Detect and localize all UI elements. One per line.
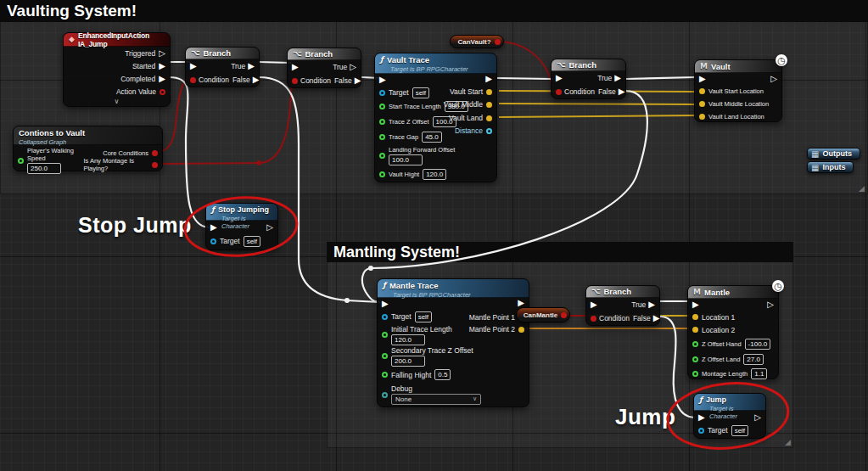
pin-label: Vault Start Location <box>708 87 764 95</box>
exec-out-pin[interactable]: ▶ <box>485 75 492 83</box>
started-exec-pin[interactable]: ▶ <box>159 62 165 70</box>
location-1-pin[interactable] <box>692 314 698 320</box>
debug-dropdown[interactable]: None∨ <box>391 394 481 405</box>
exec-in-pin[interactable]: ▶ <box>190 62 197 70</box>
collapse-chevron-icon[interactable]: ∨ <box>64 98 170 106</box>
true-exec-pin[interactable]: ▶ <box>614 74 621 82</box>
falling-hight-pin[interactable] <box>382 372 388 378</box>
target-input[interactable]: self <box>731 425 748 436</box>
vault-start-location-pin[interactable] <box>699 88 705 94</box>
falling-hight-input[interactable]: 0.5 <box>434 369 451 380</box>
z-offset-land-input[interactable]: 27.0 <box>743 354 764 365</box>
variable-label: CanMantle <box>524 311 557 319</box>
true-exec-pin[interactable]: ▷ <box>350 63 356 71</box>
node-get-can-vault[interactable]: CanVault? <box>450 35 504 48</box>
node-mantle-trace[interactable]: ƒMantle Trace Target is BP RPGCharacter … <box>377 278 529 407</box>
secondary-trace-z-offset-pin[interactable] <box>382 353 388 359</box>
z-offset-hand-pin[interactable] <box>692 341 698 347</box>
exec-in-pin[interactable]: ▶ <box>692 300 699 309</box>
z-offset-land-pin[interactable] <box>692 356 698 362</box>
target-pin[interactable] <box>210 238 216 244</box>
target-pin[interactable] <box>379 90 385 96</box>
node-mantle-macro[interactable]: ◷ MMantle ▶▷ Location 1 Location 2 Z Off… <box>687 285 779 379</box>
node-title: Vault Trace <box>387 55 429 64</box>
can-vault-pin[interactable] <box>495 39 501 45</box>
exec-in-pin[interactable]: ▶ <box>379 76 386 84</box>
vault-start-pin[interactable] <box>486 89 492 95</box>
can-mantle-pin[interactable] <box>561 312 567 318</box>
exec-out-pin[interactable]: ▷ <box>754 413 761 422</box>
pin-label: Mantle Point 1 <box>469 313 515 322</box>
false-exec-pin[interactable]: ▶ <box>355 76 361 85</box>
node-branch-3[interactable]: ⌥Branch ▶True▶ ConditionFalse▶ <box>551 59 626 99</box>
start-trace-length-pin[interactable] <box>379 104 385 109</box>
vault-land-pin[interactable] <box>486 115 492 121</box>
target-input[interactable]: self <box>244 236 260 247</box>
walking-speed-pin[interactable] <box>18 158 24 164</box>
trace-gap-pin[interactable] <box>379 134 385 140</box>
vault-hight-input[interactable]: 120.0 <box>423 169 446 180</box>
vault-hight-pin[interactable] <box>379 171 385 177</box>
condition-pin[interactable] <box>190 77 196 83</box>
mantle-point-2-pin[interactable] <box>518 327 524 333</box>
false-exec-pin[interactable]: ▶ <box>653 314 660 322</box>
condition-pin[interactable] <box>292 78 298 84</box>
montage-length-pin[interactable] <box>692 371 698 377</box>
target-input[interactable]: self <box>412 87 429 98</box>
target-pin[interactable] <box>382 314 388 320</box>
distance-pin[interactable] <box>486 128 492 134</box>
node-enhanced-input-action[interactable]: ◆ EnhancedInputAction IA_Jump Triggered▷… <box>63 32 171 107</box>
node-branch-4[interactable]: ⌥Branch ▶True▶ ConditionFalse▶ <box>585 285 660 326</box>
node-branch-1[interactable]: ⌥Branch ▶True▶ ConditionFalse▶ <box>185 47 260 87</box>
false-exec-pin[interactable]: ▶ <box>253 76 260 84</box>
trace-z-offset-pin[interactable] <box>379 119 385 125</box>
node-jump[interactable]: ƒJump Target is Character ▶▷ Targetself <box>693 393 766 439</box>
trace-gap-input[interactable]: 45.0 <box>422 132 442 143</box>
node-get-can-mantle[interactable]: CanMantle <box>516 307 570 322</box>
action-value-pin[interactable] <box>160 89 165 95</box>
core-conditions-pin[interactable] <box>152 150 158 156</box>
landing-forward-offset-pin[interactable] <box>379 153 385 159</box>
condition-pin[interactable] <box>556 89 562 95</box>
target-input[interactable]: self <box>415 311 432 322</box>
debug-pin[interactable] <box>382 392 388 398</box>
true-exec-pin[interactable]: ▶ <box>248 62 255 70</box>
exec-in-pin[interactable]: ▶ <box>591 300 597 309</box>
montage-length-input[interactable]: 1.1 <box>751 368 767 379</box>
exec-in-pin[interactable]: ▶ <box>210 223 217 232</box>
exec-in-pin[interactable]: ▶ <box>292 63 299 71</box>
location-2-pin[interactable] <box>692 327 698 333</box>
exec-out-pin[interactable]: ▷ <box>767 300 774 309</box>
initial-trace-length-input[interactable]: 120.0 <box>391 334 425 345</box>
exec-in-pin[interactable]: ▶ <box>699 75 706 83</box>
z-offset-hand-input[interactable]: -100.0 <box>745 339 771 350</box>
outputs-panel-pill[interactable]: ▦ Outputs <box>807 148 860 160</box>
triggered-exec-pin[interactable]: ▷ <box>159 49 165 58</box>
condition-pin[interactable] <box>591 316 596 322</box>
montage-playing-pin[interactable] <box>152 162 158 168</box>
initial-trace-length-pin[interactable] <box>382 332 388 338</box>
secondary-trace-z-offset-input[interactable]: 200.0 <box>391 356 425 367</box>
completed-exec-pin[interactable]: ▶ <box>159 75 165 83</box>
true-exec-pin[interactable]: ▶ <box>648 300 655 309</box>
exec-in-pin[interactable]: ▶ <box>556 74 563 82</box>
exec-out-pin[interactable]: ▷ <box>266 223 273 232</box>
node-conditions-to-vault[interactable]: Contions to Vault Collapsed Graph Player… <box>13 126 163 171</box>
exec-in-pin[interactable]: ▶ <box>698 413 705 422</box>
node-vault-trace[interactable]: ƒVault Trace Target is BP RPGCharacter ▶… <box>374 53 497 182</box>
vault-land-location-pin[interactable] <box>699 114 705 120</box>
inputs-panel-pill[interactable]: ▦ Inputs <box>807 161 854 173</box>
node-stop-jumping[interactable]: ƒStop Jumping Target is Character ▶▷ Tar… <box>205 203 278 250</box>
walking-speed-input[interactable]: 250.0 <box>27 163 61 174</box>
node-branch-2[interactable]: ⌥Branch ▶True▷ ConditionFalse▶ <box>287 48 361 88</box>
node-vault-macro[interactable]: ◷ MVault ▶▷ Vault Start Location Vault M… <box>694 59 782 122</box>
exec-in-pin[interactable]: ▶ <box>382 300 389 308</box>
exec-out-pin[interactable]: ▶ <box>518 299 524 307</box>
target-pin[interactable] <box>698 428 704 434</box>
vault-middle-location-pin[interactable] <box>699 101 705 107</box>
blueprint-graph-canvas[interactable]: Vaulting System! ◢ Mantling System! ◢ <box>0 0 868 471</box>
vault-middle-pin[interactable] <box>486 102 492 108</box>
false-exec-pin[interactable]: ▶ <box>619 87 625 96</box>
landing-forward-offset-input[interactable]: 100.0 <box>389 154 423 165</box>
exec-out-pin[interactable]: ▷ <box>770 75 777 83</box>
